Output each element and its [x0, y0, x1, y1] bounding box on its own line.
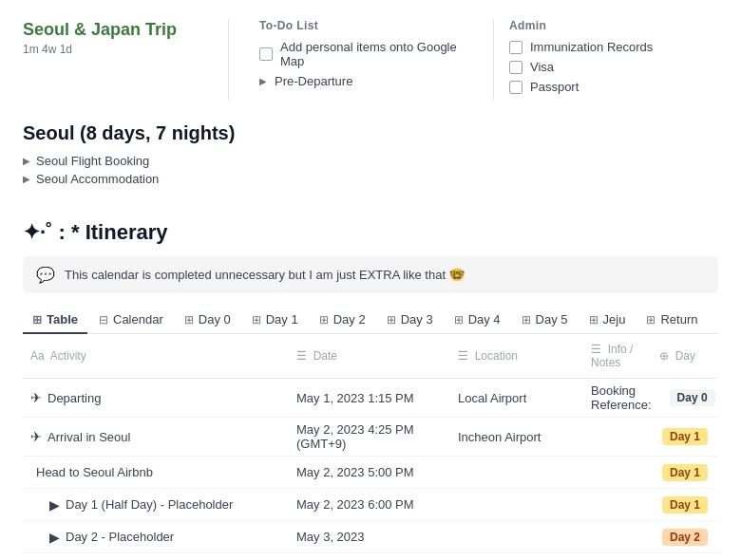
table-row[interactable]: ▶ Day 1 (Half Day) - Placeholder May 2, … [23, 489, 718, 521]
tab-label-7: Day 5 [536, 312, 568, 327]
td-day-0: Day 0 [659, 384, 718, 411]
tab-return[interactable]: ⊞Return [636, 307, 707, 334]
table-row[interactable]: ✈ Departing May 1, 2023 1:15 PM Local Ai… [23, 379, 718, 418]
table-row[interactable]: ▶ Day 2 - Placeholder May 3, 2023 Day 2 [23, 521, 718, 553]
location-text-0: Local Airport [458, 391, 526, 405]
admin-text-passport: Passport [530, 80, 579, 94]
admin-block: Admin Immunization Records Visa Passport [509, 19, 718, 100]
td-day-3: Day 1 [652, 492, 718, 518]
admin-item-immunization[interactable]: Immunization Records [509, 40, 718, 54]
tab-label-3: Day 1 [266, 312, 298, 327]
table-row[interactable]: Head to Seoul Airbnb May 2, 2023 5:00 PM… [23, 457, 718, 489]
divider [228, 19, 229, 100]
todo-item-google-map[interactable]: Add personal items onto Google Map [259, 40, 478, 68]
notes-text-0: Booking Reference: [591, 383, 652, 412]
seoul-flight-label: Seoul Flight Booking [36, 154, 149, 168]
td-location-4 [450, 532, 583, 542]
divider2 [493, 19, 494, 100]
checkbox-passport[interactable] [509, 81, 522, 94]
day-badge-2: Day 1 [662, 464, 708, 481]
table-row[interactable]: ✈ Arrival in Seoul May 2, 2023 4:25 PM (… [23, 418, 718, 457]
table-header: Aa Activity ☰ Date ☰ Location ☰ Info / N… [23, 334, 718, 379]
td-location-3 [450, 500, 583, 510]
day-badge-3: Day 1 [662, 496, 708, 513]
tab-table[interactable]: ⊞Table [23, 307, 87, 334]
tab-day-0[interactable]: ⊞Day 0 [175, 307, 240, 334]
tab-day-5[interactable]: ⊞Day 5 [512, 307, 578, 334]
tab-label-2: Day 0 [199, 312, 231, 327]
todo-text-pre-departure: Pre-Departure [275, 74, 352, 88]
todo-item-pre-departure[interactable]: ▶ Pre-Departure [259, 74, 478, 88]
tab-icon-9: ⊞ [646, 313, 656, 327]
trip-duration: 1m 4w 1d [23, 43, 213, 56]
tab-icon-6: ⊞ [454, 313, 464, 327]
seoul-accommodation-label: Seoul Accommodation [36, 172, 159, 186]
td-date-2: May 2, 2023 5:00 PM [289, 460, 450, 484]
table-container: Aa Activity ☰ Date ☰ Location ☰ Info / N… [23, 334, 718, 560]
td-notes-0: Booking Reference: [583, 379, 659, 417]
day-badge-4: Day 2 [662, 529, 708, 546]
th-day: ⊕ Day [652, 338, 718, 374]
disclosure-arrow-pre-departure: ▶ [259, 76, 267, 86]
tab-day-4[interactable]: ⊞Day 4 [445, 307, 510, 334]
td-notes-3 [583, 500, 652, 510]
row-icon-0: ✈ [30, 390, 42, 405]
tab-day-3[interactable]: ⊞Day 3 [377, 307, 443, 334]
tab-label-9: Return [660, 312, 697, 327]
th-date-text: ☰ Date [296, 349, 337, 363]
activity-text-2: Head to Seoul Airbnb [36, 465, 153, 479]
td-day-4: Day 2 [652, 524, 718, 551]
tab-jeju[interactable]: ⊞Jeju [580, 307, 636, 334]
todo-label: To-Do List [259, 19, 478, 32]
date-text-1: May 2, 2023 4:25 PM (GMT+9) [296, 422, 443, 451]
checkbox-google-map[interactable] [259, 47, 273, 61]
seoul-accommodation-item[interactable]: ▶ Seoul Accommodation [23, 172, 718, 186]
tab-icon-7: ⊞ [522, 313, 531, 327]
admin-text-immunization: Immunization Records [530, 40, 653, 54]
itinerary-title-text: ✦·˚ : * Itinerary [23, 220, 167, 245]
td-date-0: May 1, 2023 1:15 PM [289, 386, 450, 410]
date-text-2: May 2, 2023 5:00 PM [296, 465, 414, 479]
activity-text-3: Day 1 (Half Day) - Placeholder [66, 497, 233, 512]
todo-block: To-Do List Add personal items onto Googl… [244, 19, 478, 100]
seoul-flight-item[interactable]: ▶ Seoul Flight Booking [23, 154, 718, 168]
td-day-1: Day 1 [652, 423, 718, 450]
activity-text-1: Arrival in Seoul [48, 430, 130, 444]
arrow-flight: ▶ [23, 156, 30, 166]
td-activity-1: ✈ Arrival in Seoul [23, 424, 289, 449]
td-date-1: May 2, 2023 4:25 PM (GMT+9) [289, 418, 450, 456]
day-badge-1: Day 1 [662, 428, 708, 445]
tab-day-2[interactable]: ⊞Day 2 [310, 307, 375, 334]
activity-text-4: Day 2 - Placeholder [66, 530, 174, 544]
tab-label-5: Day 3 [401, 312, 433, 327]
table-row[interactable]: ▶ Day 3 - Placeholder May 4, 2023 Day 3 [23, 553, 718, 560]
td-date-3: May 2, 2023 6:00 PM [289, 493, 450, 516]
admin-item-visa[interactable]: Visa [509, 60, 718, 74]
trip-title-block: Seoul & Japan Trip 1m 4w 1d [23, 19, 213, 100]
tab-icon-1: ⊟ [99, 313, 108, 327]
th-location-text: ☰ Location [458, 349, 518, 363]
day-badge-0: Day 0 [670, 389, 715, 406]
tab-label-6: Day 4 [468, 312, 501, 327]
th-day-text: ⊕ Day [659, 349, 695, 363]
td-notes-2 [583, 468, 652, 477]
tab-day-1[interactable]: ⊞Day 1 [242, 307, 308, 334]
tab-calendar[interactable]: ⊟Calendar [89, 307, 173, 334]
tab-label-0: Table [47, 312, 78, 327]
th-activity-text: Aa Activity [30, 349, 86, 363]
tab-label-1: Calendar [113, 312, 163, 327]
seoul-title: Seoul (8 days, 7 nights) [23, 122, 718, 144]
th-activity: Aa Activity [23, 338, 289, 374]
row-icon-3: ▶ [49, 497, 60, 513]
checkbox-visa[interactable] [509, 61, 522, 74]
td-activity-2: Head to Seoul Airbnb [23, 460, 289, 484]
admin-text-visa: Visa [530, 60, 554, 74]
td-location-2 [450, 468, 583, 477]
td-date-4: May 3, 2023 [289, 525, 450, 549]
tab-label-8: Jeju [603, 312, 626, 327]
checkbox-immunization[interactable] [509, 41, 522, 54]
date-text-4: May 3, 2023 [296, 530, 365, 544]
admin-label: Admin [509, 19, 718, 32]
td-location-0: Local Airport [450, 386, 583, 410]
admin-item-passport[interactable]: Passport [509, 80, 718, 94]
